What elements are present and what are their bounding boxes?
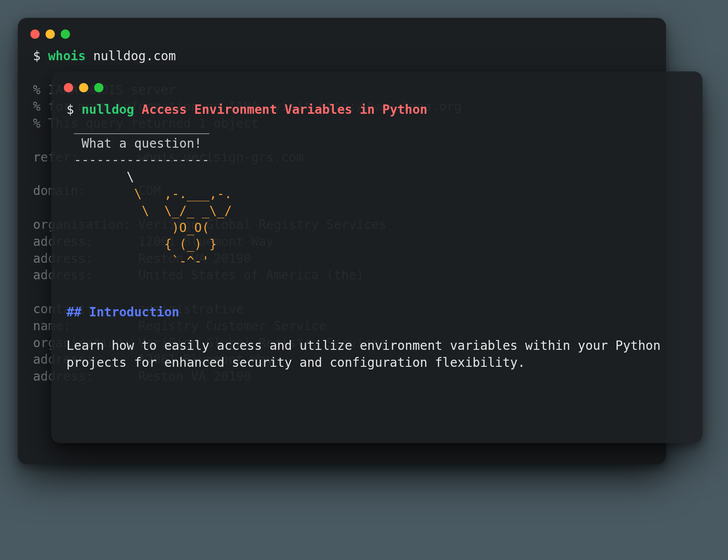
speech-bubble-bottom: ------------------ [66,153,209,167]
section-heading: ## Introduction [66,305,179,319]
speech-bubble-top: __________________ [66,119,209,134]
cowsay-art-line: \ [66,170,134,184]
command-arg: nulldog.com [93,49,176,63]
zoom-icon[interactable] [61,29,70,39]
command-name: whois [48,49,86,63]
intro-paragraph: Learn how to easily access and utilize e… [66,338,668,370]
titlebar-front [51,71,703,97]
close-icon[interactable] [64,83,73,92]
titlebar-back [18,18,666,43]
speech-bubble-text: What a question! [66,136,202,151]
cowsay-art-line: `-^-' [66,254,209,269]
cowsay-art-line: )O_O( [66,220,209,235]
command-arg: Access Environment Variables in Python [142,102,428,117]
prompt-symbol: $ [33,49,48,63]
prompt-symbol: $ [66,102,82,117]
cowsay-art-line: { (_) } [66,237,217,252]
terminal-window-front: $ nulldog Access Environment Variables i… [51,71,703,443]
close-icon[interactable] [30,29,40,39]
minimize-icon[interactable] [79,83,88,92]
zoom-icon[interactable] [94,83,103,92]
command-name: nulldog [82,102,134,117]
cowsay-art-line: \ \_/_ _\_/ [66,203,232,218]
terminal-body-front: $ nulldog Access Environment Variables i… [51,97,703,385]
cowsay-art-line: \ ,-.___,-. [66,187,232,201]
minimize-icon[interactable] [46,29,55,39]
